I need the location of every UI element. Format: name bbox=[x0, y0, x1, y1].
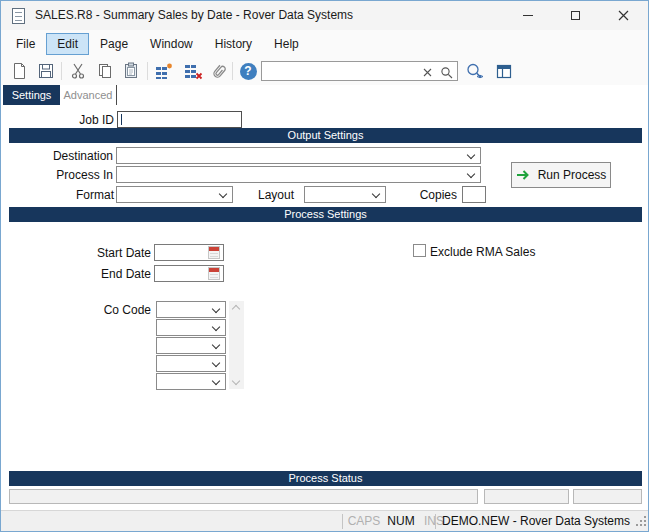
cut-button[interactable] bbox=[66, 60, 90, 82]
menu-window[interactable]: Window bbox=[139, 33, 204, 55]
layout-label: Layout bbox=[241, 187, 294, 203]
attachment-button[interactable] bbox=[207, 60, 231, 82]
help-icon: ? bbox=[240, 63, 257, 80]
output-settings-header: Output Settings bbox=[9, 128, 642, 143]
layout-select[interactable] bbox=[304, 186, 386, 203]
save-icon bbox=[37, 62, 55, 80]
num-indicator: NUM bbox=[384, 511, 418, 532]
scroll-down-icon[interactable] bbox=[232, 377, 240, 385]
text-caret bbox=[121, 114, 122, 125]
chevron-down-icon bbox=[219, 190, 227, 198]
paste-icon bbox=[122, 62, 140, 80]
tab-strip: Settings Advanced bbox=[1, 85, 648, 105]
menu-history[interactable]: History bbox=[204, 33, 263, 55]
status-field-main bbox=[9, 489, 478, 504]
cut-icon bbox=[69, 62, 87, 80]
statusbar-context: DEMO.NEW - Rover Data Systems bbox=[442, 511, 632, 532]
menu-file[interactable]: File bbox=[5, 33, 46, 55]
destination-label: Destination bbox=[21, 148, 113, 164]
chevron-down-icon bbox=[212, 359, 220, 367]
chevron-down-icon bbox=[212, 377, 220, 385]
maximize-button[interactable] bbox=[553, 1, 598, 30]
search-box bbox=[261, 61, 458, 81]
search-icon[interactable] bbox=[438, 64, 454, 80]
co-code-select-5[interactable] bbox=[156, 373, 226, 390]
co-code-select-1[interactable] bbox=[156, 301, 226, 318]
calendar-icon[interactable] bbox=[208, 246, 220, 259]
process-in-select[interactable] bbox=[116, 166, 481, 183]
resize-grip-icon[interactable] bbox=[634, 514, 647, 530]
clear-search-icon[interactable] bbox=[419, 64, 435, 80]
new-document-button[interactable] bbox=[7, 60, 31, 82]
chevron-down-icon bbox=[467, 170, 475, 178]
record-preview-button[interactable] bbox=[463, 60, 487, 82]
app-window: SALES.R8 - Summary Sales by Date - Rover… bbox=[0, 0, 649, 532]
exclude-rma-checkbox[interactable] bbox=[413, 244, 426, 257]
toolbar: ? bbox=[1, 57, 648, 85]
minimize-icon bbox=[523, 15, 533, 16]
close-icon bbox=[618, 10, 629, 21]
minimize-button[interactable] bbox=[505, 1, 550, 30]
copies-input[interactable] bbox=[462, 186, 486, 203]
scroll-up-icon[interactable] bbox=[232, 305, 240, 313]
end-date-label: End Date bbox=[79, 266, 151, 282]
tab-advanced[interactable]: Advanced bbox=[60, 85, 117, 105]
format-select[interactable] bbox=[116, 186, 233, 203]
search-input[interactable] bbox=[264, 63, 416, 79]
help-button[interactable]: ? bbox=[236, 60, 260, 82]
destination-select[interactable] bbox=[116, 147, 481, 164]
menu-edit[interactable]: Edit bbox=[46, 33, 89, 55]
process-in-label: Process In bbox=[21, 167, 113, 183]
copies-label: Copies bbox=[406, 187, 457, 203]
window-title: SALES.R8 - Summary Sales by Date - Rover… bbox=[35, 1, 353, 30]
process-status-header: Process Status bbox=[9, 471, 642, 486]
status-field-3 bbox=[573, 489, 642, 504]
tab-settings[interactable]: Settings bbox=[3, 85, 60, 105]
end-date-input[interactable] bbox=[154, 265, 224, 282]
delete-row-icon bbox=[183, 62, 203, 80]
layout-button[interactable] bbox=[492, 60, 516, 82]
insert-row-button[interactable] bbox=[152, 60, 176, 82]
start-date-input[interactable] bbox=[154, 244, 224, 261]
chevron-down-icon bbox=[212, 323, 220, 331]
job-id-label: Job ID bbox=[41, 112, 114, 128]
chevron-down-icon bbox=[212, 305, 220, 313]
toolbar-separator bbox=[232, 62, 233, 80]
close-button[interactable] bbox=[601, 1, 646, 30]
status-bar: CAPS NUM INS DEMO.NEW - Rover Data Syste… bbox=[1, 510, 648, 531]
co-code-select-4[interactable] bbox=[156, 355, 226, 372]
start-date-label: Start Date bbox=[79, 245, 151, 261]
chevron-down-icon bbox=[212, 341, 220, 349]
statusbar-separator bbox=[342, 514, 343, 529]
app-document-icon bbox=[12, 8, 25, 24]
run-process-button[interactable]: Run Process bbox=[511, 162, 611, 188]
layout-icon bbox=[495, 63, 513, 80]
copy-icon bbox=[96, 62, 114, 80]
co-code-label: Co Code bbox=[89, 302, 151, 318]
menu-help[interactable]: Help bbox=[263, 33, 310, 55]
process-settings-header: Process Settings bbox=[9, 207, 642, 222]
calendar-icon[interactable] bbox=[208, 267, 220, 280]
toolbar-separator bbox=[61, 62, 62, 80]
co-code-select-3[interactable] bbox=[156, 337, 226, 354]
chevron-down-icon bbox=[372, 190, 380, 198]
co-code-select-2[interactable] bbox=[156, 319, 226, 336]
new-document-icon bbox=[10, 62, 28, 80]
insert-row-icon bbox=[154, 62, 174, 80]
statusbar-separator bbox=[435, 514, 436, 529]
copy-button[interactable] bbox=[93, 60, 117, 82]
caps-indicator: CAPS bbox=[346, 511, 382, 532]
run-arrow-icon bbox=[516, 168, 531, 182]
paste-button[interactable] bbox=[119, 60, 143, 82]
menu-page[interactable]: Page bbox=[89, 33, 139, 55]
co-code-scrollbar[interactable] bbox=[229, 301, 244, 389]
delete-row-button[interactable] bbox=[181, 60, 205, 82]
status-field-2 bbox=[484, 489, 569, 504]
job-id-input[interactable] bbox=[117, 111, 242, 128]
format-label: Format bbox=[41, 187, 114, 203]
exclude-rma-label: Exclude RMA Sales bbox=[430, 244, 550, 260]
attachment-icon bbox=[210, 62, 228, 80]
save-button[interactable] bbox=[34, 60, 58, 82]
chevron-down-icon bbox=[467, 151, 475, 159]
menu-bar: File Edit Page Window History Help bbox=[1, 30, 648, 57]
